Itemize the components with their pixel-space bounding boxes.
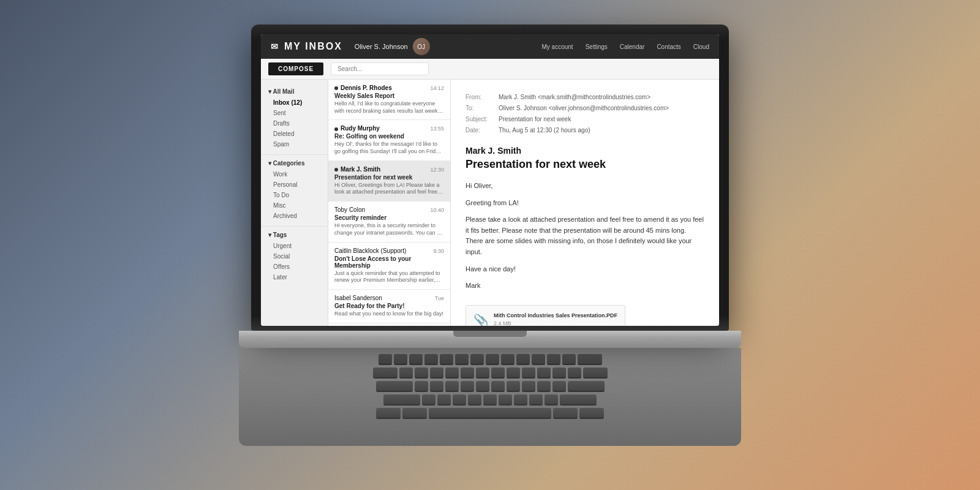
body-line2: Please take a look at attached presentat… bbox=[466, 214, 704, 257]
key bbox=[376, 381, 413, 392]
list-item[interactable]: Jack Jaques Shop Tue bbox=[328, 323, 450, 326]
key bbox=[562, 354, 576, 365]
key bbox=[409, 354, 423, 365]
email-body: Hi Oliver, Greeting from LA! Please take… bbox=[466, 181, 704, 326]
email-subject-display: Presentation for next week bbox=[466, 158, 704, 171]
meta-date-row: Date: Thu, Aug 5 at 12:30 (2 hours ago) bbox=[466, 125, 704, 136]
body-line1: Greeting from LA! bbox=[466, 198, 704, 209]
attachment-icon: 📎 bbox=[473, 311, 489, 326]
to-value: Oliver S. Johnson <oliver.johnson@mithco… bbox=[499, 103, 669, 114]
attachment-info: Mith Control Industries Sales Presentati… bbox=[494, 312, 617, 326]
email-meta: From: Mark J. Smith <mark.smith@mithcont… bbox=[466, 92, 704, 136]
sidebar-item-inbox[interactable]: Inbox (12) bbox=[261, 97, 328, 108]
list-item[interactable]: Caitlin Blacklock (Support) 9:30 Don't L… bbox=[328, 243, 450, 290]
keyboard-row-5 bbox=[251, 408, 729, 419]
key bbox=[532, 354, 545, 365]
list-item[interactable]: Dennis P. Rhodes 14:12 Weekly Sales Repo… bbox=[328, 80, 450, 120]
email-app: ✉ MY INBOX Oliver S. Johnson OJ My accou… bbox=[261, 34, 719, 326]
key bbox=[383, 394, 420, 405]
sidebar-item-urgent[interactable]: Urgent bbox=[261, 241, 328, 251]
key bbox=[491, 381, 505, 392]
attachment-name: Mith Control Industries Sales Presentati… bbox=[494, 312, 617, 320]
sender-name: Dennis P. Rhodes bbox=[334, 85, 392, 91]
date-label: Date: bbox=[466, 125, 496, 136]
nav-cloud[interactable]: Cloud bbox=[693, 43, 709, 50]
key bbox=[507, 368, 520, 379]
key bbox=[402, 408, 427, 419]
laptop-screen: ✉ MY INBOX Oliver S. Johnson OJ My accou… bbox=[251, 24, 729, 331]
compose-button[interactable]: COMPOSE bbox=[268, 62, 323, 75]
sidebar-item-misc[interactable]: Misc bbox=[261, 200, 328, 211]
list-item[interactable]: Rudy Murphy 13:55 Re: Golfing on weekend… bbox=[328, 120, 450, 160]
key bbox=[461, 381, 474, 392]
envelope-icon: ✉ bbox=[271, 42, 279, 51]
from-label: From: bbox=[466, 92, 496, 103]
laptop-keyboard bbox=[239, 348, 741, 446]
key bbox=[455, 354, 469, 365]
user-name: Oliver S. Johnson bbox=[355, 43, 408, 50]
attachment-size: 2.4 MB bbox=[494, 319, 617, 326]
top-bar: ✉ MY INBOX Oliver S. Johnson OJ My accou… bbox=[261, 34, 719, 59]
email-list: Dennis P. Rhodes 14:12 Weekly Sales Repo… bbox=[328, 80, 451, 326]
key bbox=[514, 394, 527, 405]
email-time: 9:30 bbox=[433, 248, 444, 254]
nav-contacts[interactable]: Contacts bbox=[657, 43, 680, 50]
key bbox=[424, 354, 438, 365]
key bbox=[501, 354, 514, 365]
sidebar-item-offers[interactable]: Offers bbox=[261, 262, 328, 272]
to-label: To: bbox=[466, 103, 496, 114]
sidebar-item-later[interactable]: Later bbox=[261, 272, 328, 282]
key bbox=[568, 368, 581, 379]
sidebar-item-drafts[interactable]: Drafts bbox=[261, 118, 328, 129]
key bbox=[568, 381, 605, 392]
email-time: 12:30 bbox=[430, 167, 444, 173]
attachment-box[interactable]: 📎 Mith Control Industries Sales Presenta… bbox=[466, 305, 625, 326]
sidebar-item-personal[interactable]: Personal bbox=[261, 179, 328, 190]
nav-calendar[interactable]: Calendar bbox=[620, 43, 645, 50]
sidebar-item-todo[interactable]: To Do bbox=[261, 190, 328, 200]
categories-header[interactable]: ▾ Categories bbox=[261, 157, 328, 169]
toolbar: COMPOSE bbox=[261, 59, 719, 80]
key bbox=[537, 368, 551, 379]
nav-settings[interactable]: Settings bbox=[586, 43, 608, 50]
sidebar-item-archived[interactable]: Archived bbox=[261, 211, 328, 221]
key bbox=[552, 368, 566, 379]
email-subject: Get Ready for the Party! bbox=[334, 303, 444, 309]
nav-my-account[interactable]: My account bbox=[542, 43, 573, 50]
app-title-text: MY INBOX bbox=[284, 41, 342, 52]
email-time: 13:55 bbox=[430, 126, 444, 132]
email-preview: Read what you need to know for the big d… bbox=[334, 311, 444, 318]
sidebar-item-deleted[interactable]: Deleted bbox=[261, 129, 328, 139]
subject-value: Presentation for next week bbox=[499, 114, 571, 125]
key bbox=[470, 354, 484, 365]
unread-dot bbox=[334, 168, 338, 172]
key bbox=[379, 354, 392, 365]
key bbox=[394, 354, 407, 365]
list-item[interactable]: Toby Colon 10:40 Security reminder Hi ev… bbox=[328, 202, 450, 242]
sidebar-item-spam[interactable]: Spam bbox=[261, 139, 328, 149]
sender-name: Caitlin Blacklock (Support) bbox=[334, 247, 406, 254]
key bbox=[507, 381, 520, 392]
all-mail-section: ▾ All Mail Inbox (12) Sent Drafts Delete… bbox=[261, 86, 328, 149]
key-space bbox=[429, 408, 551, 419]
sidebar-item-work[interactable]: Work bbox=[261, 169, 328, 179]
key bbox=[437, 394, 451, 405]
key bbox=[522, 381, 535, 392]
sidebar-item-sent[interactable]: Sent bbox=[261, 108, 328, 118]
date-value: Thu, Aug 5 at 12:30 (2 hours ago) bbox=[499, 125, 590, 136]
search-input[interactable] bbox=[331, 62, 429, 75]
list-item[interactable]: Isabel Sanderson Tue Get Ready for the P… bbox=[328, 290, 450, 323]
key bbox=[552, 381, 566, 392]
all-mail-header[interactable]: ▾ All Mail bbox=[261, 86, 328, 97]
keyboard-row-2 bbox=[251, 368, 729, 379]
keyboard-row-3 bbox=[251, 381, 729, 392]
key bbox=[430, 381, 443, 392]
screen-inner: ✉ MY INBOX Oliver S. Johnson OJ My accou… bbox=[261, 34, 719, 326]
key bbox=[468, 394, 481, 405]
key bbox=[522, 368, 535, 379]
email-preview: Hello All, I'd like to congratulate ever… bbox=[334, 100, 444, 115]
list-item[interactable]: Mark J. Smith 12:30 Presentation for nex… bbox=[328, 161, 450, 202]
sidebar-item-social[interactable]: Social bbox=[261, 251, 328, 262]
tags-header[interactable]: ▾ Tags bbox=[261, 229, 328, 241]
key bbox=[430, 368, 443, 379]
